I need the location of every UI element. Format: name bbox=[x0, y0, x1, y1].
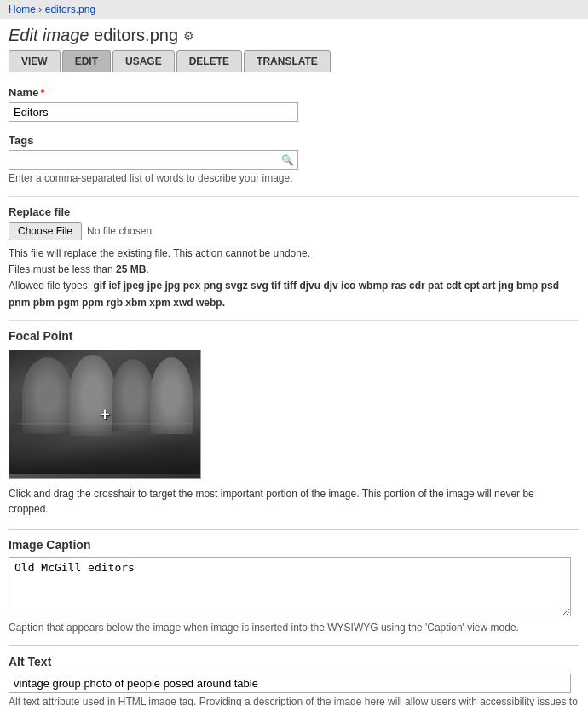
name-input[interactable] bbox=[9, 102, 298, 122]
tags-input-wrapper: 🔍 bbox=[9, 150, 298, 170]
tags-label: Tags bbox=[9, 134, 579, 147]
alt-text-section: Alt Text Alt text attribute used in HTML… bbox=[9, 655, 579, 706]
file-info-line2: Files must be less than 25 MB. bbox=[9, 262, 579, 278]
focal-point-section: Focal Point + Click and drag the crossha… bbox=[9, 329, 579, 517]
tab-usage[interactable]: USAGE bbox=[112, 50, 175, 72]
breadcrumb: Home › editors.png bbox=[0, 0, 588, 19]
file-input-row: Choose File No file chosen bbox=[9, 222, 579, 240]
breadcrumb-home[interactable]: Home bbox=[9, 3, 36, 15]
replace-file-section: Replace file Choose File No file chosen … bbox=[9, 205, 579, 311]
no-file-chosen-text: No file chosen bbox=[87, 225, 152, 237]
image-caption-help: Caption that appears below the image whe… bbox=[9, 622, 579, 634]
image-caption-section: Image Caption Old McGill editors Caption… bbox=[9, 538, 579, 634]
file-info-line1: This file will replace the existing file… bbox=[9, 246, 579, 262]
page-header: Edit image editors.png ⚙ bbox=[0, 19, 588, 50]
choose-file-button[interactable]: Choose File bbox=[9, 222, 82, 240]
file-types-prefix: Allowed file types: bbox=[9, 280, 93, 292]
replace-file-label: Replace file bbox=[9, 205, 579, 218]
name-label: Name* bbox=[9, 86, 579, 99]
tags-section: Tags 🔍 Enter a comma-separated list of w… bbox=[9, 134, 579, 184]
focal-help-text: Click and drag the crosshair to target t… bbox=[9, 486, 571, 517]
page-filename: editors.png bbox=[94, 26, 178, 44]
alt-text-input[interactable] bbox=[9, 674, 571, 693]
search-icon: 🔍 bbox=[281, 154, 294, 166]
tab-bar: VIEW EDIT USAGE DELETE TRANSLATE bbox=[0, 50, 588, 72]
image-caption-title: Image Caption bbox=[9, 538, 579, 552]
image-caption-textarea[interactable]: Old McGill editors bbox=[9, 557, 571, 616]
focal-image-container[interactable]: + bbox=[9, 350, 201, 479]
page-title-prefix: Edit image bbox=[9, 26, 89, 44]
tab-delete[interactable]: DELETE bbox=[176, 50, 242, 72]
tags-input[interactable] bbox=[9, 150, 298, 170]
name-required: * bbox=[40, 86, 44, 99]
tab-edit[interactable]: EDIT bbox=[62, 50, 111, 72]
file-types: Allowed file types: gif ief jpeg jpe jpg… bbox=[9, 278, 579, 310]
divider-3 bbox=[9, 529, 579, 530]
name-section: Name* bbox=[9, 86, 579, 122]
tab-translate[interactable]: TRANSLATE bbox=[244, 50, 331, 72]
alt-text-title: Alt Text bbox=[9, 655, 579, 668]
divider-2 bbox=[9, 320, 579, 321]
divider-4 bbox=[9, 645, 579, 646]
alt-text-help: Alt text attribute used in HTML image ta… bbox=[9, 696, 579, 706]
settings-icon[interactable]: ⚙ bbox=[183, 29, 194, 43]
tags-help: Enter a comma-separated list of words to… bbox=[9, 172, 579, 184]
form-content: Name* Tags 🔍 Enter a comma-separated lis… bbox=[0, 86, 588, 706]
focal-point-title: Focal Point bbox=[9, 329, 579, 343]
tab-view[interactable]: VIEW bbox=[9, 50, 61, 72]
crosshair-icon: + bbox=[100, 404, 110, 424]
file-size-limit: 25 MB bbox=[116, 263, 146, 275]
breadcrumb-current: editors.png bbox=[45, 3, 95, 15]
divider-1 bbox=[9, 196, 579, 197]
